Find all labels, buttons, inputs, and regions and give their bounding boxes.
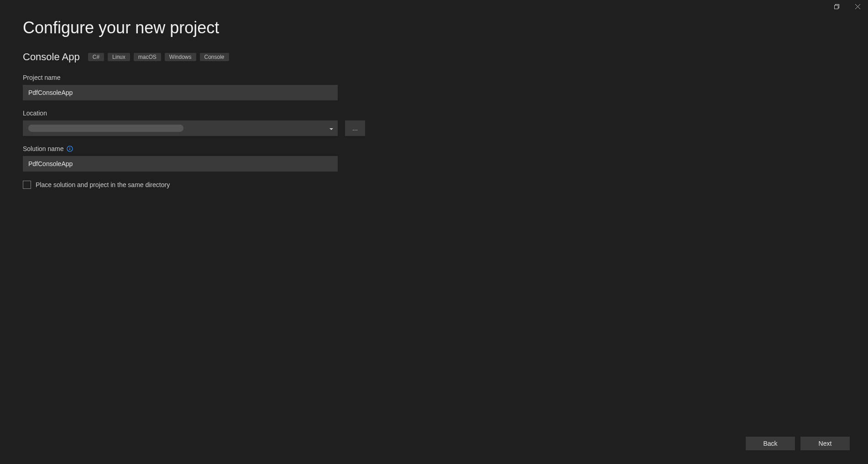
tag-csharp: C#: [88, 53, 104, 61]
place-same-dir-label[interactable]: Place solution and project in the same d…: [36, 181, 170, 188]
project-name-input[interactable]: [23, 85, 338, 100]
project-name-group: Project name: [23, 74, 845, 100]
app-type-label: Console App: [23, 51, 80, 63]
chevron-down-icon: [329, 125, 333, 132]
solution-name-group: Solution name: [23, 145, 845, 172]
subtitle-row: Console App C# Linux macOS Windows Conso…: [23, 51, 845, 63]
solution-name-input[interactable]: [23, 156, 338, 172]
location-value-redacted: [28, 125, 183, 132]
location-group: Location ...: [23, 109, 845, 136]
info-icon[interactable]: [67, 146, 73, 152]
maximize-button[interactable]: [826, 0, 847, 14]
tag-list: C# Linux macOS Windows Console: [88, 53, 229, 61]
maximize-icon: [834, 3, 839, 10]
solution-name-label-text: Solution name: [23, 145, 64, 152]
back-button[interactable]: Back: [746, 437, 795, 450]
location-label: Location: [23, 109, 845, 117]
svg-rect-5: [69, 148, 70, 150]
svg-rect-6: [69, 147, 70, 148]
tag-macos: macOS: [134, 53, 161, 61]
project-name-label: Project name: [23, 74, 845, 81]
tag-linux: Linux: [108, 53, 130, 61]
main-content: Configure your new project Console App C…: [0, 0, 868, 189]
next-button[interactable]: Next: [800, 437, 850, 450]
page-title: Configure your new project: [23, 18, 845, 37]
browse-button[interactable]: ...: [345, 120, 365, 136]
location-row: ...: [23, 120, 845, 136]
solution-name-label: Solution name: [23, 145, 845, 152]
place-same-dir-row: Place solution and project in the same d…: [23, 181, 845, 189]
place-same-dir-checkbox[interactable]: [23, 181, 31, 189]
tag-console: Console: [200, 53, 229, 61]
location-combobox[interactable]: [23, 120, 338, 136]
tag-windows: Windows: [165, 53, 196, 61]
close-icon: [855, 3, 860, 10]
window-controls: [826, 0, 868, 14]
close-button[interactable]: [847, 0, 868, 14]
svg-rect-1: [834, 5, 838, 9]
footer: Back Next: [746, 437, 850, 450]
